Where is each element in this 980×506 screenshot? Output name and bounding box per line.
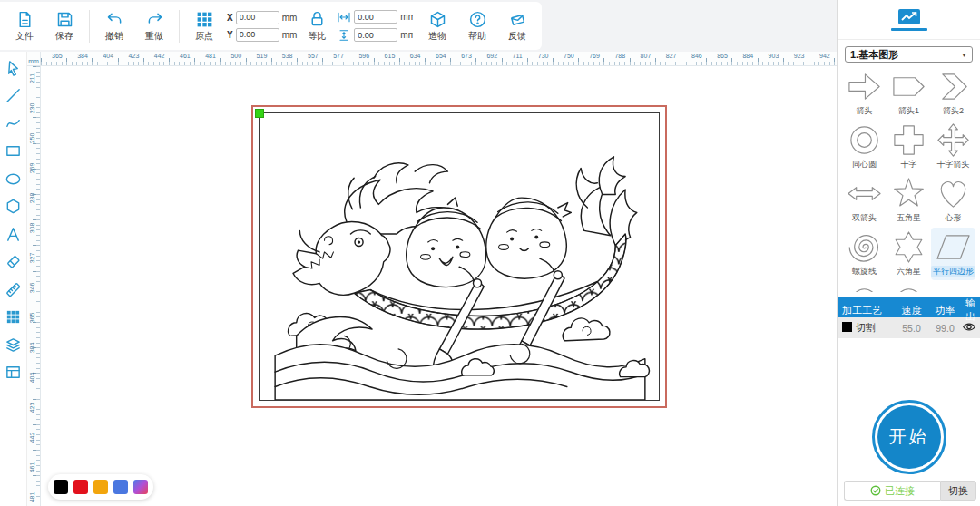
h-ruler-label: 557 bbox=[308, 53, 318, 59]
height-icon bbox=[337, 28, 351, 43]
h-ruler-label: 461 bbox=[180, 53, 191, 59]
v-ruler-label: 308 bbox=[29, 219, 35, 238]
design-canvas[interactable] bbox=[41, 66, 837, 506]
selection-handle[interactable] bbox=[255, 109, 264, 118]
curve-tool[interactable] bbox=[4, 113, 24, 133]
position-fields: X mm Y mm bbox=[227, 11, 297, 42]
shape-label: 同心圆 bbox=[852, 159, 877, 170]
check-circle-icon bbox=[870, 485, 881, 496]
tab-shape-library[interactable] bbox=[891, 8, 927, 31]
h-ruler-label: 942 bbox=[819, 53, 830, 59]
shape-spiral[interactable]: 螺旋线 bbox=[842, 228, 887, 280]
shape-arrow-pentagon[interactable]: 箭头1 bbox=[887, 67, 931, 120]
cube-icon bbox=[428, 10, 447, 29]
color-swatch-0[interactable] bbox=[54, 480, 68, 494]
v-ruler-label: 327 bbox=[29, 249, 35, 268]
feedback-button[interactable]: 反馈 bbox=[500, 10, 534, 43]
shape-star-6[interactable]: 六角星 bbox=[887, 228, 931, 280]
h-ruler-label: 538 bbox=[282, 53, 293, 59]
shape-heart[interactable]: 心形 bbox=[931, 174, 975, 227]
save-button[interactable]: 保存 bbox=[47, 10, 82, 43]
shape-label: 十字箭头 bbox=[937, 159, 970, 170]
left-tool-column bbox=[0, 52, 27, 506]
v-ruler-label: 230 bbox=[29, 100, 35, 118]
x-input[interactable] bbox=[236, 11, 279, 24]
start-button[interactable]: 开始 bbox=[872, 400, 946, 474]
polygon-tool[interactable] bbox=[4, 197, 24, 217]
v-ruler-label: 211 bbox=[29, 70, 35, 88]
width-input[interactable] bbox=[354, 10, 397, 24]
color-swatch-2[interactable] bbox=[93, 480, 108, 494]
undo-button[interactable]: 撤销 bbox=[97, 10, 132, 43]
file-label: 文件 bbox=[15, 30, 34, 43]
h-ruler-label: 442 bbox=[154, 53, 165, 59]
h-ruler-label: 788 bbox=[614, 53, 625, 59]
height-input[interactable] bbox=[354, 28, 397, 42]
shape-arrow-right[interactable]: 箭头 bbox=[842, 67, 887, 120]
speed-value[interactable]: 55.0 bbox=[895, 323, 928, 334]
shape-star-5[interactable]: 五角星 bbox=[887, 174, 931, 227]
h-ruler-label: 769 bbox=[589, 53, 600, 59]
selected-artboard[interactable] bbox=[251, 105, 667, 408]
power-value[interactable]: 99.0 bbox=[928, 323, 962, 334]
grid-tool[interactable] bbox=[4, 307, 24, 327]
layers-tool[interactable] bbox=[4, 335, 24, 355]
origin-button[interactable]: 原点 bbox=[187, 10, 221, 43]
h-ruler-label: 750 bbox=[564, 53, 574, 59]
line-tool[interactable] bbox=[4, 86, 24, 106]
measure-tool[interactable] bbox=[4, 279, 24, 299]
file-button[interactable]: 文件 bbox=[7, 10, 42, 43]
h-ruler-label: 500 bbox=[230, 53, 241, 59]
select-tool[interactable] bbox=[4, 58, 24, 78]
vertical-ruler: 2112302502692883083273463653844044234424… bbox=[27, 66, 41, 506]
gradient-color-swatch[interactable] bbox=[133, 480, 148, 494]
undo-icon bbox=[105, 10, 124, 29]
h-ruler-label: 577 bbox=[333, 53, 344, 59]
v-ruler-label: 288 bbox=[29, 190, 35, 208]
v-ruler-label: 423 bbox=[29, 399, 35, 417]
h-ruler-label: 615 bbox=[385, 53, 396, 59]
rect-tool[interactable] bbox=[4, 141, 24, 161]
shape-cross[interactable]: 十字 bbox=[887, 121, 931, 173]
table-tool[interactable] bbox=[4, 363, 24, 383]
dragon-boat-illustration[interactable] bbox=[264, 129, 656, 400]
y-input[interactable] bbox=[236, 28, 279, 42]
eraser-tool[interactable] bbox=[4, 252, 24, 272]
v-ruler-label: 461 bbox=[29, 459, 35, 477]
shape-library-icon bbox=[897, 8, 921, 25]
shape-parallelogram[interactable]: 平行四边形 bbox=[931, 228, 975, 280]
text-tool[interactable] bbox=[4, 224, 24, 244]
v-ruler-label: 269 bbox=[29, 160, 35, 178]
top-toolbar: 文件 保存 撤销 重做 原点 X bbox=[0, 0, 837, 52]
v-ruler-label: 365 bbox=[29, 309, 35, 327]
origin-grid-icon bbox=[195, 10, 214, 29]
create-button[interactable]: 造物 bbox=[420, 10, 455, 43]
shape-label: 心形 bbox=[946, 212, 962, 224]
shape-arrow-chevron[interactable]: 箭头2 bbox=[931, 67, 975, 120]
toolbar-main-group: 文件 保存 撤销 重做 原点 X bbox=[0, 2, 458, 50]
shape-category-dropdown[interactable]: 1.基本图形 ▼ bbox=[845, 46, 973, 63]
ruler-unit-corner: mm bbox=[27, 52, 41, 66]
h-ruler-label: 807 bbox=[641, 53, 652, 59]
help-button[interactable]: 帮助 bbox=[460, 10, 495, 43]
switch-device-button[interactable]: 切换 bbox=[940, 481, 976, 501]
x-label: X bbox=[227, 13, 233, 23]
v-ruler-label: 442 bbox=[29, 429, 35, 447]
output-toggle[interactable] bbox=[962, 321, 976, 335]
shape-label: 双箭头 bbox=[852, 212, 877, 224]
lock-ratio-button[interactable]: 等比 bbox=[302, 10, 331, 43]
color-swatch-1[interactable] bbox=[74, 480, 88, 494]
shape-concentric-circles[interactable]: 同心圆 bbox=[842, 121, 887, 173]
layer-color-swatch[interactable] bbox=[842, 322, 852, 332]
shape-label: 六角星 bbox=[897, 266, 921, 277]
col-output: 输出 bbox=[962, 297, 975, 324]
start-button-label: 开始 bbox=[877, 405, 941, 469]
v-ruler-label: 250 bbox=[29, 130, 35, 148]
color-swatch-3[interactable] bbox=[113, 480, 128, 494]
shape-cross-arrow[interactable]: 十字箭头 bbox=[931, 121, 975, 173]
process-row-cut[interactable]: 切割 55.0 99.0 bbox=[838, 317, 980, 338]
ellipse-tool[interactable] bbox=[4, 169, 24, 189]
redo-button[interactable]: 重做 bbox=[137, 10, 172, 43]
shape-double-arrow[interactable]: 双箭头 bbox=[842, 174, 887, 227]
shape-grid: 箭头箭头1箭头2同心圆十字十字箭头双箭头五角星心形螺旋线六角星平行四边形 bbox=[838, 67, 980, 280]
